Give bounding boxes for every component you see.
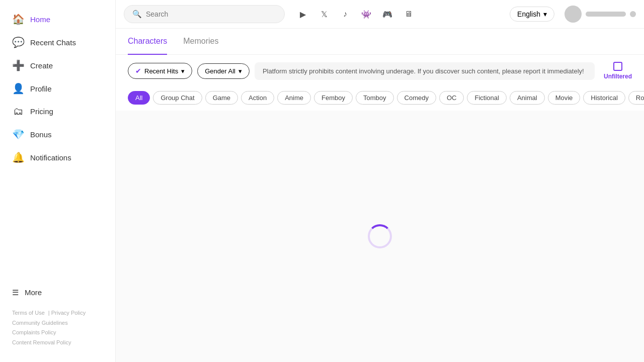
user-menu-dot[interactable] [630, 11, 636, 17]
main-content: 🔍 ▶𝕏♪👾🎮🖥 English ▾ CharactersMemories ✔ … [116, 0, 644, 362]
sidebar: 🏠 Home 💬 Recent Chats ➕ Create 👤 Profile… [0, 0, 116, 362]
sidebar-item-home[interactable]: 🏠 Home [6, 8, 109, 30]
search-icon: 🔍 [132, 10, 142, 19]
language-selector[interactable]: English ▾ [510, 7, 554, 22]
tag-anime[interactable]: Anime [277, 91, 311, 105]
create-icon: ➕ [12, 59, 24, 71]
sidebar-label-recent-chats: Recent Chats [30, 38, 76, 47]
sidebar-label-pricing: Pricing [30, 107, 53, 116]
gender-label: Gender All [205, 67, 235, 75]
sidebar-footer: Terms of Use | Privacy PolicyCommunity G… [0, 302, 115, 354]
sidebar-more-button[interactable]: ☰ More [0, 283, 115, 302]
chevron-down-icon: ▾ [543, 10, 547, 18]
notice-bar: Platform strictly prohibits content invo… [255, 62, 595, 80]
profile-icon: 👤 [12, 82, 24, 95]
youtube-icon[interactable]: ▶ [295, 6, 311, 22]
search-box[interactable]: 🔍 [124, 5, 285, 23]
sidebar-label-notifications: Notifications [30, 153, 71, 162]
tag-historical[interactable]: Historical [583, 91, 625, 105]
filters-bar: ✔ Recent Hits ▾ Gender All ▾ Platform st… [116, 55, 644, 87]
sidebar-item-notifications[interactable]: 🔔 Notifications [6, 146, 109, 168]
search-input[interactable] [146, 10, 276, 18]
sidebar-item-recent-chats[interactable]: 💬 Recent Chats [6, 31, 109, 53]
tag-comedy[interactable]: Comedy [397, 91, 436, 105]
bonus-icon: 💎 [12, 128, 24, 140]
footer-link-4[interactable]: Content Removal Policy [12, 338, 103, 348]
sidebar-item-profile[interactable]: 👤 Profile [6, 77, 109, 100]
recent-hits-chevron: ▾ [181, 67, 185, 75]
gender-filter[interactable]: Gender All ▾ [197, 63, 250, 79]
tags-row: AllGroup ChatGameActionAnimeFemboyTomboy… [116, 87, 644, 111]
recent-hits-filter[interactable]: ✔ Recent Hits ▾ [128, 63, 192, 79]
topbar: 🔍 ▶𝕏♪👾🎮🖥 English ▾ [116, 0, 644, 29]
unfiltered-area: Unfiltered [604, 62, 632, 80]
tag-fictional[interactable]: Fictional [467, 91, 506, 105]
language-label: English [517, 10, 540, 18]
content-area [116, 111, 644, 362]
tag-animal[interactable]: Animal [510, 91, 545, 105]
main-tabs: CharactersMemories [116, 29, 644, 55]
more-icon: ☰ [12, 288, 19, 297]
sidebar-nav: 🏠 Home 💬 Recent Chats ➕ Create 👤 Profile… [0, 8, 115, 283]
footer-link-2[interactable]: Community Guidelines [12, 318, 103, 328]
recent-chats-icon: 💬 [12, 36, 24, 48]
home-icon: 🏠 [12, 13, 24, 25]
tag-royalty[interactable]: Royalty [628, 91, 644, 105]
unfiltered-label: Unfiltered [604, 73, 632, 80]
gender-chevron: ▾ [238, 67, 242, 75]
tag-femboy[interactable]: Femboy [314, 91, 353, 105]
tab-memories[interactable]: Memories [183, 29, 218, 55]
tag-movie[interactable]: Movie [548, 91, 581, 105]
tag-game[interactable]: Game [205, 91, 238, 105]
tag-all[interactable]: All [128, 91, 150, 105]
unfiltered-checkbox[interactable] [613, 62, 622, 71]
tiktok-icon[interactable]: ♪ [337, 6, 353, 22]
tag-action[interactable]: Action [241, 91, 274, 105]
sidebar-label-profile: Profile [30, 84, 52, 93]
footer-links: Terms of Use | Privacy PolicyCommunity G… [12, 308, 103, 348]
footer-link-terms[interactable]: Terms of Use [12, 310, 45, 316]
footer-link-privacy[interactable]: Privacy Policy [51, 310, 86, 316]
monitor-icon[interactable]: 🖥 [400, 6, 417, 22]
twitter-icon[interactable]: 𝕏 [316, 6, 332, 22]
notice-text: Platform strictly prohibits content invo… [263, 67, 584, 75]
tag-oc[interactable]: OC [439, 91, 464, 105]
check-icon: ✔ [135, 67, 141, 75]
loading-spinner [368, 224, 392, 248]
avatar [565, 6, 582, 23]
notifications-icon: 🔔 [12, 151, 24, 163]
reddit-icon[interactable]: 👾 [358, 6, 374, 22]
username-placeholder [586, 12, 626, 17]
sidebar-label-bonus: Bonus [30, 130, 52, 139]
tag-tomboy[interactable]: Tomboy [356, 91, 394, 105]
sidebar-more-label: More [25, 288, 42, 297]
tab-characters[interactable]: Characters [128, 29, 167, 55]
sidebar-item-pricing[interactable]: 🗂 Pricing [6, 101, 109, 122]
user-avatar-area [565, 6, 636, 23]
social-icons: ▶𝕏♪👾🎮🖥 [295, 6, 417, 22]
pricing-icon: 🗂 [12, 106, 24, 117]
sidebar-label-create: Create [30, 61, 53, 70]
tag-group-chat[interactable]: Group Chat [153, 91, 202, 105]
recent-hits-label: Recent Hits [144, 67, 178, 75]
sidebar-label-home: Home [30, 15, 50, 24]
sidebar-item-bonus[interactable]: 💎 Bonus [6, 123, 109, 145]
footer-link-3[interactable]: Complaints Policy [12, 328, 103, 338]
discord-icon[interactable]: 🎮 [379, 6, 395, 22]
sidebar-item-create[interactable]: ➕ Create [6, 54, 109, 76]
